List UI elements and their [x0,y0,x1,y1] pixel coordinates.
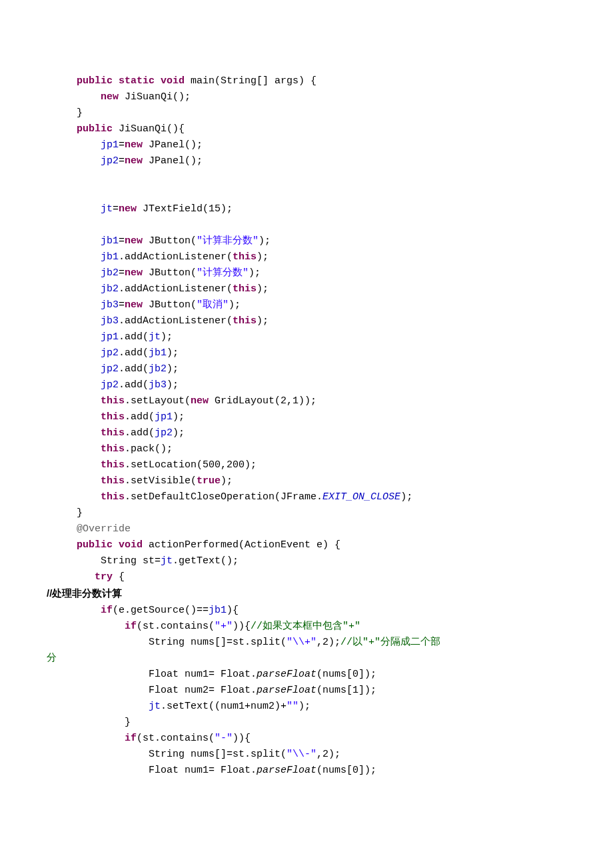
code-line: jp1.add(jt); [47,331,173,343]
code-line: this.setVisible(true); [47,475,233,487]
code-line: String st=jt.getText(); [47,555,239,567]
code-line: jb1=new JButton("计算非分数"); [47,235,271,247]
code-line: this.setLayout(new GridLayout(2,1)); [47,395,316,407]
code-line: if(st.contains("-")){ [47,733,251,744]
code-line: @Override [47,523,131,535]
code-line: if(e.getSource()==jb1){ [47,605,239,616]
code-line: if(st.contains("+")){//如果文本框中包含"+" [47,621,360,632]
code-line: jb3.addActionListener(this); [47,315,269,327]
code-line: jt.setText((num1+num2)+""); [47,701,310,712]
code-line: public static void main(String[] args) { [47,75,316,87]
code-line: String nums[]=st.split("\\+",2);//以"+"分隔… [47,637,440,648]
code-line: 分 [47,653,57,664]
code-line: jb1.addActionListener(this); [47,251,269,263]
code-block: public static void main(String[] args) {… [47,73,566,779]
code-line: jp2.add(jb2); [47,363,179,375]
code-line: jp2.add(jb3); [47,379,179,391]
code-line: jp1=new JPanel(); [47,139,203,151]
code-line: } [47,717,131,728]
code-line: this.add(jp2); [47,427,185,439]
code-line: try { [47,571,125,583]
document-page: public static void main(String[] args) {… [0,0,613,868]
code-line: jp2=new JPanel(); [47,155,203,167]
code-line: public JiSuanQi(){ [47,123,185,135]
code-line: String nums[]=st.split("\\-",2); [47,749,340,760]
code-line: jb2.addActionListener(this); [47,283,269,295]
code-line [47,187,53,199]
code-line: this.pack(); [47,443,173,455]
code-line: this.add(jp1); [47,411,185,423]
code-line: this.setLocation(500,200); [47,459,257,471]
code-line: Float num1= Float.parseFloat(nums[0]); [47,669,376,680]
code-line: jt=new JTextField(15); [47,203,233,215]
code-line: Float num2= Float.parseFloat(nums[1]); [47,685,376,696]
code-line: new JiSuanQi(); [47,91,191,103]
code-line: } [47,107,83,119]
code-line: jp2.add(jb1); [47,347,179,359]
code-line: this.setDefaultCloseOperation(JFrame.EXI… [47,491,412,503]
code-line: Float num1= Float.parseFloat(nums[0]); [47,765,376,776]
code-line: public void actionPerformed(ActionEvent … [47,539,340,551]
code-line [47,171,53,183]
code-line [47,219,53,231]
code-line: jb3=new JButton("取消"); [47,299,241,311]
code-line: jb2=new JButton("计算分数"); [47,267,261,279]
code-line: } [47,507,83,519]
comment-heading: //处理非分数计算 [47,587,122,599]
